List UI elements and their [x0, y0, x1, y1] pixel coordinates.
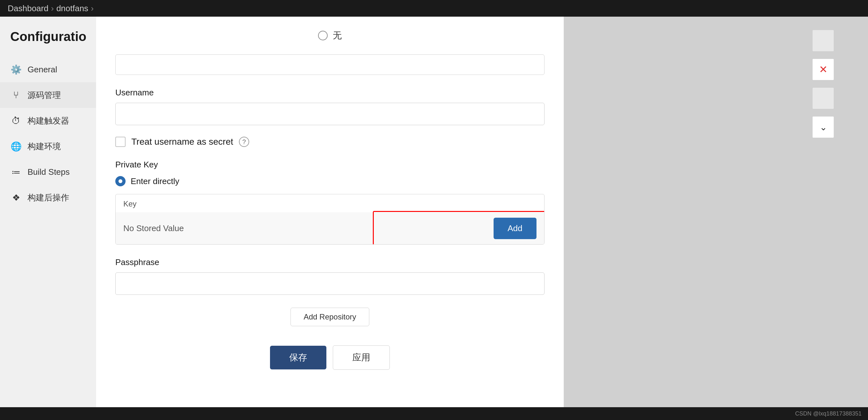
dropdown-button[interactable]: ⌄	[812, 116, 834, 138]
treat-secret-checkbox[interactable]	[115, 137, 126, 147]
top-input-box[interactable]	[115, 55, 545, 75]
radio-row-top: 无	[115, 29, 545, 42]
sidebar-item-source-control[interactable]: ⑂ 源码管理	[0, 82, 96, 108]
key-label: Key	[116, 194, 544, 212]
username-label: Username	[115, 88, 545, 98]
gear-icon: ⚙️	[10, 64, 22, 75]
sidebar-label-post-build: 构建后操作	[28, 192, 69, 203]
enter-directly-label: Enter directly	[131, 176, 179, 186]
add-repository-button[interactable]: Add Repository	[290, 308, 369, 326]
save-button[interactable]: 保存	[270, 346, 327, 369]
add-repo-row: Add Repository	[115, 308, 545, 333]
sidebar-label-build-steps: Build Steps	[28, 167, 70, 177]
source-control-icon: ⑂	[10, 89, 22, 101]
sidebar-label-source-control: 源码管理	[28, 90, 61, 101]
sidebar-item-build-steps[interactable]: ≔ Build Steps	[0, 159, 96, 185]
private-key-label: Private Key	[115, 160, 545, 170]
breadcrumb-sep-2: ›	[91, 3, 94, 13]
bottom-bar: CSDN @lxq18817388351	[0, 407, 868, 420]
sidebar-item-build-env[interactable]: 🌐 构建环境	[0, 133, 96, 159]
enter-directly-option[interactable]: Enter directly	[115, 176, 545, 186]
right-panel: ✕ ⌄	[778, 17, 868, 407]
sidebar-item-general[interactable]: ⚙️ General	[0, 57, 96, 82]
breadcrumb-dnotfans[interactable]: dnotfans	[56, 3, 88, 13]
key-content-row: No Stored Value Add	[116, 212, 544, 244]
key-box: Key No Stored Value Add	[115, 194, 545, 245]
breadcrumb-sep-1: ›	[51, 3, 54, 13]
treat-secret-label: Treat username as secret	[131, 137, 233, 147]
help-icon[interactable]: ?	[239, 137, 249, 147]
close-button[interactable]: ✕	[812, 58, 834, 81]
breadcrumb-dashboard[interactable]: Dashboard	[8, 3, 49, 13]
clock-icon: ⏱	[10, 115, 22, 126]
passphrase-input[interactable]	[115, 272, 545, 295]
gray-placeholder-top	[812, 29, 834, 52]
enter-directly-radio[interactable]	[115, 176, 126, 186]
modal-panel: 无 Username Treat username as secret ? Pr…	[96, 17, 564, 407]
top-bar: Dashboard › dnotfans ›	[0, 0, 868, 17]
passphrase-section: Passphrase	[115, 257, 545, 295]
add-key-button[interactable]: Add	[494, 218, 536, 239]
username-input[interactable]	[115, 103, 545, 125]
treat-secret-row: Treat username as secret ?	[115, 137, 545, 147]
gray-placeholder-mid	[812, 87, 834, 109]
sidebar-label-build-env: 构建环境	[28, 141, 61, 152]
watermark-text: CSDN @lxq18817388351	[795, 410, 862, 417]
username-section: Username	[115, 88, 545, 125]
sidebar-item-post-build[interactable]: ❖ 构建后操作	[0, 185, 96, 210]
globe-icon: 🌐	[10, 140, 22, 152]
bottom-buttons: 保存 应用	[115, 339, 545, 373]
sidebar-label-build-trigger: 构建触发器	[28, 115, 69, 126]
private-key-section: Private Key Enter directly Key No Stored…	[115, 160, 545, 245]
post-build-icon: ❖	[10, 192, 22, 203]
sidebar-title: Configuratio	[0, 29, 96, 57]
list-icon: ≔	[10, 166, 22, 178]
content-area: 无 Username Treat username as secret ? Pr…	[96, 17, 868, 407]
top-input-area	[115, 55, 545, 75]
radio-none[interactable]	[318, 31, 328, 40]
passphrase-label: Passphrase	[115, 257, 545, 267]
radio-none-label: 无	[333, 29, 342, 42]
no-stored-value-text: No Stored Value	[123, 223, 494, 233]
main-container: Configuratio ⚙️ General ⑂ 源码管理 ⏱ 构建触发器 🌐…	[0, 17, 868, 407]
sidebar: Configuratio ⚙️ General ⑂ 源码管理 ⏱ 构建触发器 🌐…	[0, 17, 96, 407]
key-content-wrapper: No Stored Value Add	[116, 212, 544, 244]
apply-button[interactable]: 应用	[333, 346, 390, 370]
sidebar-label-general: General	[28, 65, 57, 74]
sidebar-item-build-trigger[interactable]: ⏱ 构建触发器	[0, 108, 96, 133]
